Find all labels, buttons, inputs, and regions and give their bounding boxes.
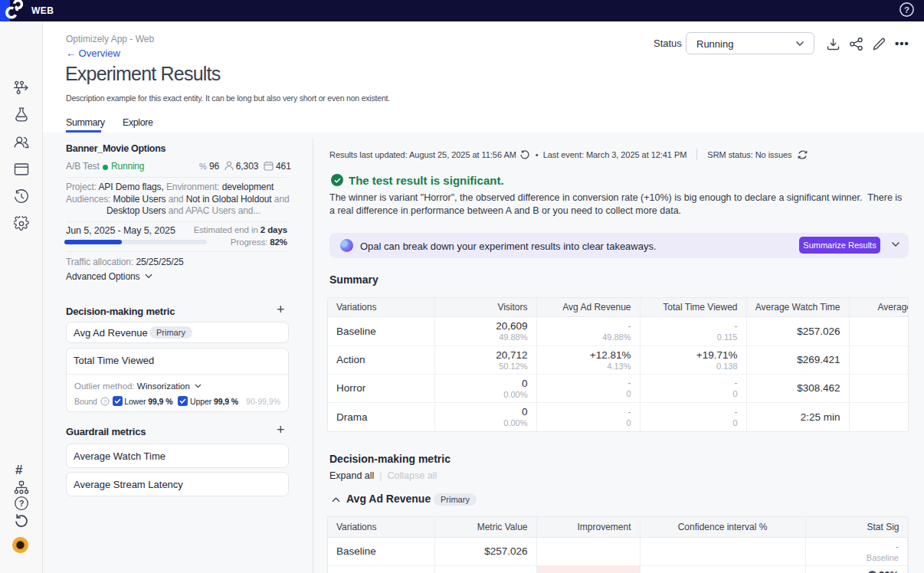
svg-text:?: ? [904,5,909,15]
svg-text:?: ? [103,399,106,404]
svg-text:?: ? [19,499,25,508]
